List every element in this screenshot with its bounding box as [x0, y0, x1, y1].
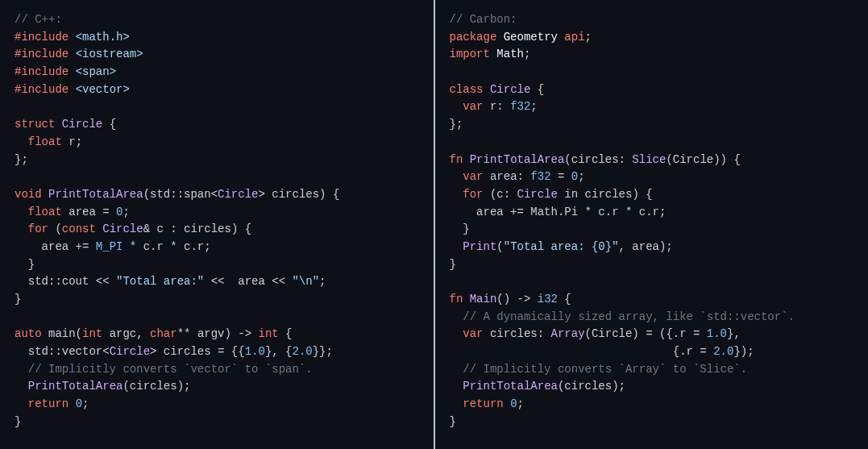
include-hdr: <iostream> — [76, 48, 143, 60]
package-keyword: package — [450, 31, 497, 44]
type-f32: f32 — [530, 170, 550, 183]
const-mpi: M_PI — [96, 240, 123, 253]
include-hdr: <vector> — [76, 83, 130, 96]
struct-name: Circle — [62, 118, 102, 131]
void-keyword: void — [15, 188, 42, 201]
for-keyword: for — [28, 222, 48, 235]
return-keyword: return — [463, 397, 503, 410]
carbon-code-panel: // Carbon: package Geometry api; import … — [435, 0, 869, 449]
fn-keyword: fn — [450, 153, 463, 166]
cpp-code-panel: // C++: #include <math.h> #include <iost… — [0, 0, 434, 449]
type-f32: f32 — [510, 100, 530, 113]
auto-keyword: auto — [15, 327, 42, 340]
code-comparison: // C++: #include <math.h> #include <iost… — [0, 0, 868, 449]
fn-call: PrintTotalArea — [463, 380, 558, 393]
include-dir: #include — [15, 65, 69, 78]
include-dir: #include — [15, 31, 69, 44]
include-dir: #include — [15, 83, 69, 96]
fn-call: PrintTotalArea — [28, 380, 123, 393]
include-hdr: <span> — [76, 65, 116, 78]
comment: // Implicitly converts `vector` to `span… — [15, 363, 313, 376]
pkg-name: Geometry — [504, 31, 558, 44]
string-literal: "\n" — [292, 275, 319, 288]
var-keyword: var — [463, 170, 483, 183]
return-keyword: return — [28, 397, 69, 410]
include-hdr: <math.h> — [76, 31, 130, 44]
class-name: Circle — [490, 83, 530, 96]
type-float: float — [28, 135, 62, 148]
for-keyword: for — [463, 188, 483, 201]
import-name: Math — [496, 48, 524, 60]
var-keyword: var — [463, 100, 483, 113]
fn-keyword: fn — [450, 293, 463, 306]
type-float: float — [28, 206, 62, 218]
include-dir: #include — [15, 48, 69, 60]
type-i32: i32 — [538, 293, 558, 306]
var-keyword: var — [463, 327, 483, 340]
class-keyword: class — [450, 83, 484, 96]
comment-cpp: // C++: — [15, 13, 62, 26]
comment: // A dynamically sized array, like `std:… — [450, 310, 795, 323]
api-keyword: api — [564, 31, 584, 44]
struct-keyword: struct — [15, 118, 55, 131]
comment: // Implicitly converts `Array` to `Slice… — [450, 363, 748, 376]
slice-fn: Slice — [632, 153, 666, 166]
comment-carbon: // Carbon: — [450, 13, 517, 26]
import-keyword: import — [450, 48, 490, 60]
fn-name: PrintTotalArea — [48, 188, 143, 201]
fn-name: PrintTotalArea — [470, 153, 565, 166]
array-fn: Array — [551, 327, 585, 340]
string-literal: "Total area: {0}" — [504, 240, 619, 253]
print-fn: Print — [463, 240, 496, 253]
string-literal: "Total area:" — [116, 275, 204, 288]
main-fn: Main — [470, 293, 497, 306]
